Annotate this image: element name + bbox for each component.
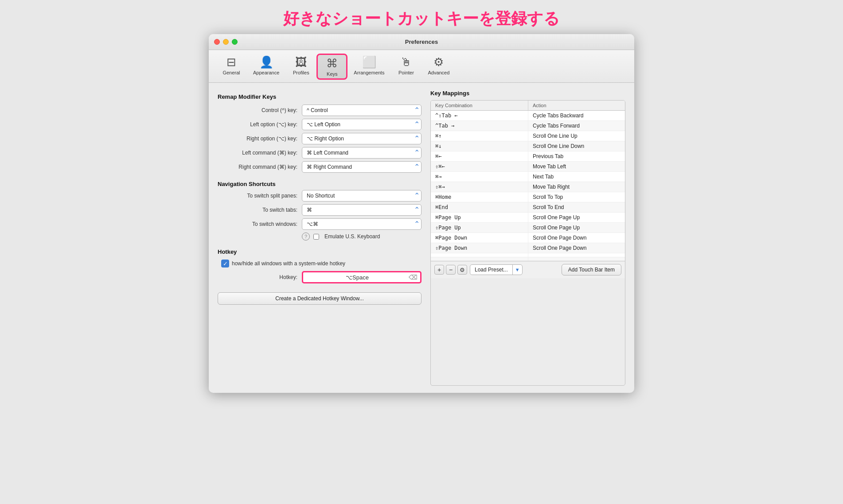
right-panel: Key Mappings Key Combination Action ^⇧Ta… [430,90,625,386]
table-row[interactable]: ⌘← Previous Tab [431,151,625,162]
preferences-window: Preferences ⊟ General 👤 Appearance 🖼 Pro… [209,34,634,393]
page-title: 好きなショートカットキーを登録する [0,0,843,34]
switch-windows-label: To switch windows: [218,221,302,227]
create-hotkey-button[interactable]: Create a Dedicated Hotkey Window... [218,292,422,305]
table-cell-combo: ^⇧Tab ← [431,111,528,120]
control-key-label: Control (^) key: [218,107,302,113]
content-area: Remap Modifier Keys Control (^) key: ^ C… [209,83,634,393]
left-option-row: Left option (⌥) key: ⌥ Left Option ⌃ [218,119,422,130]
right-command-select[interactable]: ⌘ Right Command [302,161,422,173]
title-bar: Preferences [209,34,634,50]
key-mappings-title: Key Mappings [430,90,625,97]
table-row[interactable]: ⌘End Scroll To End [431,202,625,213]
switch-panes-label: To switch split panes: [218,193,302,199]
control-key-row: Control (^) key: ^ Control ⌃ [218,105,422,116]
right-option-row: Right option (⌥) key: ⌥ Right Option ⌃ [218,133,422,144]
emulate-keyboard-checkbox[interactable] [313,234,319,240]
hotkey-field-label: Hotkey: [218,274,302,280]
hotkey-field-row: Hotkey: ⌥Space ⌫ [218,271,422,283]
table-cell-combo [431,257,528,261]
table-cell-action: Cycle Tabs Backward [528,111,625,120]
table-cell-combo: ⇧⌘→ [431,182,528,192]
switch-windows-select[interactable]: ⌥⌘ [302,218,422,230]
table-row[interactable]: ⇧⌘← Move Tab Left [431,162,625,172]
minimize-button[interactable] [223,39,229,45]
table-row[interactable]: ⇧⌘→ Move Tab Right [431,182,625,192]
load-preset-arrow-icon[interactable]: ▼ [512,265,522,275]
left-panel: Remap Modifier Keys Control (^) key: ^ C… [218,90,422,386]
hotkey-input-text: ⌥Space [306,274,409,281]
switch-tabs-select[interactable]: ⌘ [302,204,422,216]
switch-windows-row: To switch windows: ⌥⌘ ⌃ [218,218,422,230]
table-body: ^⇧Tab ← Cycle Tabs Backward ^Tab → Cycle… [431,111,625,261]
toolbar-item-appearance[interactable]: 👤 Appearance [247,54,285,80]
window-title: Preferences [405,39,438,45]
left-command-row: Left command (⌘) key: ⌘ Left Command ⌃ [218,147,422,159]
toolbar-item-pointer[interactable]: 🖱 Pointer [390,54,422,80]
help-icon[interactable]: ? [302,233,310,240]
table-row[interactable]: ^⇧Tab ← Cycle Tabs Backward [431,111,625,121]
table-row[interactable]: ⇧Page Down Scroll One Page Down [431,243,625,253]
switch-tabs-select-wrap: ⌘ ⌃ [302,204,422,216]
hotkey-clear-icon[interactable]: ⌫ [409,274,418,281]
switch-panes-select-wrap: No Shortcut ⌃ [302,190,422,202]
toolbar-item-arrangements[interactable]: ⬜ Arrangements [347,54,390,80]
add-row-button[interactable]: + [434,265,444,275]
table-cell-combo: ⇧Page Up [431,223,528,233]
gear-icon[interactable]: ⚙ [457,265,467,275]
hotkey-checkbox[interactable]: ✓ [221,260,229,268]
table-row[interactable]: ⇧Page Up Scroll One Page Up [431,223,625,233]
profiles-icon: 🖼 [295,55,307,69]
table-cell-action: Scroll One Page Up [528,213,625,222]
toolbar-item-keys[interactable]: ⌘ Keys [316,54,347,80]
table-row[interactable] [431,257,625,261]
advanced-icon: ⚙ [433,55,444,69]
table-cell-action: Scroll To End [528,202,625,212]
switch-panes-select[interactable]: No Shortcut [302,190,422,202]
remove-row-button[interactable]: − [446,265,456,275]
table-cell-combo: ⌘→ [431,172,528,182]
table-row[interactable]: ⌘↑ Scroll One Line Up [431,131,625,141]
maximize-button[interactable] [232,39,238,45]
table-row[interactable]: ^Tab → Cycle Tabs Forward [431,121,625,131]
table-cell-combo: ⌘← [431,151,528,161]
pointer-label: Pointer [398,70,414,75]
toolbar-item-profiles[interactable]: 🖼 Profiles [285,54,316,80]
table-cell-combo: ⌘↑ [431,131,528,141]
right-option-select[interactable]: ⌥ Right Option [302,133,422,144]
table-cell-combo: ⌘Page Down [431,233,528,243]
table-footer: + − ⚙ Load Preset... ▼ Add Touch Bar Ite… [431,261,625,278]
table-row[interactable]: ⌘Page Down Scroll One Page Down [431,233,625,243]
table-row[interactable]: ⌘Page Up Scroll One Page Up [431,213,625,223]
table-row[interactable] [431,253,625,257]
general-label: General [222,70,240,75]
hotkey-input-wrap[interactable]: ⌥Space ⌫ [302,271,422,283]
table-row[interactable]: ⌘Home Scroll To Top [431,192,625,202]
remap-section-title: Remap Modifier Keys [218,93,422,100]
right-command-label: Right command (⌘) key: [218,164,302,170]
left-option-select[interactable]: ⌥ Left Option [302,119,422,130]
key-mappings-table: Key Combination Action ^⇧Tab ← Cycle Tab… [430,100,625,386]
table-row[interactable]: ⌘→ Next Tab [431,172,625,182]
right-option-select-wrap: ⌥ Right Option ⌃ [302,133,422,144]
control-key-select[interactable]: ^ Control [302,105,422,116]
left-command-select[interactable]: ⌘ Left Command [302,147,422,159]
nav-section-title: Navigation Shortcuts [218,181,422,187]
traffic-lights [214,39,238,45]
close-button[interactable] [214,39,220,45]
table-row[interactable]: ⌘↓ Scroll One Line Down [431,141,625,151]
emulate-keyboard-label: Emulate U.S. Keyboard [324,233,380,240]
add-touch-bar-button[interactable]: Add Touch Bar Item [562,264,621,275]
control-key-select-wrap: ^ Control ⌃ [302,105,422,116]
left-command-select-wrap: ⌘ Left Command ⌃ [302,147,422,159]
table-cell-action: Scroll One Line Down [528,141,625,151]
right-option-label: Right option (⌥) key: [218,136,302,142]
table-cell-combo: ⌘Home [431,192,528,202]
table-cell-combo [431,253,528,257]
table-cell-combo: ⌘Page Up [431,213,528,222]
toolbar-item-general[interactable]: ⊟ General [216,54,247,80]
table-cell-combo: ⌘↓ [431,141,528,151]
switch-tabs-row: To switch tabs: ⌘ ⌃ [218,204,422,216]
toolbar-item-advanced[interactable]: ⚙ Advanced [422,54,456,80]
appearance-icon: 👤 [259,55,273,69]
